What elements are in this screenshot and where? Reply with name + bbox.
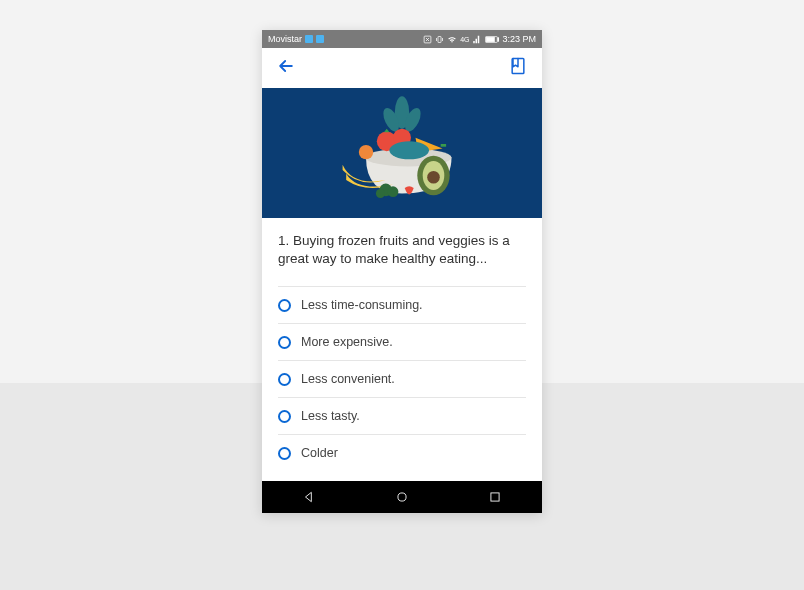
svg-point-20 <box>376 189 385 198</box>
svg-point-13 <box>359 145 373 159</box>
signal-icon <box>472 35 482 44</box>
option-label: Less convenient. <box>301 372 395 386</box>
svg-point-19 <box>388 186 399 197</box>
arrow-left-icon <box>276 56 296 76</box>
bookmark-button[interactable] <box>508 56 528 80</box>
nav-recent-button[interactable] <box>488 490 502 504</box>
status-bar: Movistar 4G 3:23 PM <box>262 30 542 48</box>
radio-icon <box>278 447 291 460</box>
wifi-icon <box>447 35 457 44</box>
svg-point-17 <box>427 171 440 184</box>
carrier-label: Movistar <box>268 34 302 44</box>
clock-label: 3:23 PM <box>502 34 536 44</box>
square-recent-icon <box>488 490 502 504</box>
option-label: Less time-consuming. <box>301 298 423 312</box>
question-text: 1. Buying frozen fruits and veggies is a… <box>278 232 526 268</box>
svg-point-14 <box>389 141 429 159</box>
hero-image <box>262 88 542 218</box>
vibrate-icon <box>435 35 444 44</box>
phone-frame: Movistar 4G 3:23 PM <box>262 30 542 513</box>
option-row[interactable]: Colder <box>278 434 526 471</box>
app-bar <box>262 48 542 88</box>
network-label: 4G <box>460 36 469 43</box>
bookmark-icon <box>508 56 528 76</box>
svg-rect-10 <box>441 144 446 147</box>
nav-home-button[interactable] <box>395 490 409 504</box>
svg-rect-22 <box>491 493 499 501</box>
options-list: Less time-consuming. More expensive. Les… <box>262 286 542 471</box>
status-bar-left: Movistar <box>268 34 324 44</box>
option-label: More expensive. <box>301 335 393 349</box>
option-row[interactable]: More expensive. <box>278 323 526 360</box>
svg-rect-4 <box>498 37 499 41</box>
option-label: Less tasty. <box>301 409 360 423</box>
question-container: 1. Buying frozen fruits and veggies is a… <box>262 218 542 278</box>
status-bar-right: 4G 3:23 PM <box>423 34 536 44</box>
circle-home-icon <box>395 490 409 504</box>
option-row[interactable]: Less time-consuming. <box>278 286 526 323</box>
option-row[interactable]: Less tasty. <box>278 397 526 434</box>
nfc-icon <box>423 35 432 44</box>
svg-point-21 <box>398 493 406 501</box>
android-nav-bar <box>262 481 542 513</box>
radio-icon <box>278 410 291 423</box>
back-button[interactable] <box>276 56 296 80</box>
radio-icon <box>278 299 291 312</box>
option-label: Colder <box>301 446 338 460</box>
svg-rect-1 <box>438 36 441 42</box>
radio-icon <box>278 373 291 386</box>
status-app-icon-2 <box>316 35 324 43</box>
radio-icon <box>278 336 291 349</box>
battery-icon <box>485 35 499 44</box>
svg-rect-3 <box>487 37 495 42</box>
option-row[interactable]: Less convenient. <box>278 360 526 397</box>
nav-back-button[interactable] <box>302 490 316 504</box>
triangle-back-icon <box>302 490 316 504</box>
status-app-icon-1 <box>305 35 313 43</box>
fruits-veggies-illustration <box>312 93 492 213</box>
